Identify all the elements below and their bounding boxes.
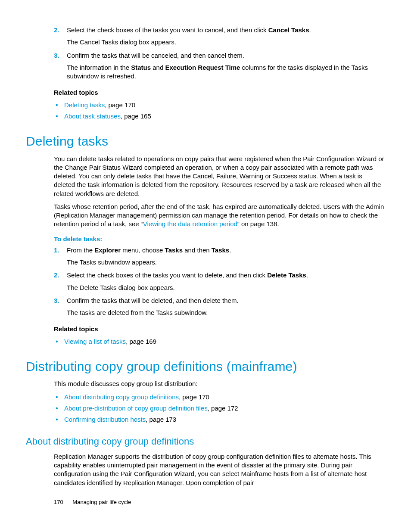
step-2-text: Select the check boxes of the tasks you … xyxy=(67,26,385,34)
link-about-task-statuses[interactable]: About task statuses xyxy=(64,112,121,120)
text: and xyxy=(151,64,165,71)
related-topics-heading: Related topics xyxy=(54,325,385,333)
step-1-sub: The Tasks subwindow appears. xyxy=(67,258,385,267)
text: ” on page 138. xyxy=(237,220,279,227)
text: and then xyxy=(183,246,212,254)
bold-text: Execution Request Time xyxy=(165,64,240,71)
related-topics-heading: Related topics xyxy=(54,88,385,97)
bold-text: Status xyxy=(131,64,151,71)
link-about-predistribution[interactable]: About pre-distribution of copy group def… xyxy=(64,404,208,412)
step-number: 3. xyxy=(54,296,59,305)
step-2: 2. Select the check boxes of the tasks y… xyxy=(54,26,385,47)
step-2-text: Select the check boxes of the tasks you … xyxy=(67,271,385,280)
related-topics-list: Deleting tasks, page 170 About task stat… xyxy=(54,101,385,121)
bold-text: Delete Tasks xyxy=(267,271,306,279)
step-number: 3. xyxy=(54,51,59,60)
text: . xyxy=(229,246,231,254)
step-2-sub: The Delete Tasks dialog box appears. xyxy=(67,283,385,292)
dist-bullet-list: About distributing copy group definition… xyxy=(54,393,385,424)
cancel-tasks-steps: 2. Select the check boxes of the tasks y… xyxy=(54,26,385,81)
text: , page 173 xyxy=(146,416,176,423)
deleting-p2: Tasks whose retention period, after the … xyxy=(54,202,385,229)
link-viewing-list-of-tasks[interactable]: Viewing a list of tasks xyxy=(64,338,126,345)
subheading-about-distributing: About distributing copy group definition… xyxy=(26,435,385,448)
step-3: 3. Confirm the tasks that will be delete… xyxy=(54,296,385,317)
step-number: 2. xyxy=(54,271,59,280)
link-viewing-retention[interactable]: Viewing the data retention period xyxy=(143,220,237,227)
footer-title: Managing pair life cycle xyxy=(72,499,131,505)
text: Select the check boxes of the tasks you … xyxy=(67,26,268,34)
list-item: About distributing copy group definition… xyxy=(54,393,385,401)
bold-text: Tasks xyxy=(165,246,183,254)
page-footer: 170 Managing pair life cycle xyxy=(54,498,131,506)
text: From the xyxy=(67,246,94,254)
link-deleting-tasks[interactable]: Deleting tasks xyxy=(64,101,105,109)
dist-intro: This module discusses copy group list di… xyxy=(54,380,385,388)
step-3-sub: The information in the Status and Execut… xyxy=(67,63,385,81)
related-item: Deleting tasks, page 170 xyxy=(54,101,385,109)
step-3-text: Confirm the tasks that will be canceled,… xyxy=(67,51,385,60)
step-1-text: From the Explorer menu, choose Tasks and… xyxy=(67,246,385,255)
text: . xyxy=(306,271,308,279)
text: menu, choose xyxy=(121,246,165,254)
step-number: 1. xyxy=(54,246,59,255)
procedure-label: To delete tasks: xyxy=(54,235,385,243)
bold-text: Explorer xyxy=(94,246,121,254)
text: The information in the xyxy=(67,64,131,71)
step-3-sub: The tasks are deleted from the Tasks sub… xyxy=(67,308,385,317)
bold-text: Cancel Tasks xyxy=(268,26,309,34)
bold-text: Tasks xyxy=(212,246,229,254)
list-item: About pre-distribution of copy group def… xyxy=(54,404,385,413)
link-about-distributing[interactable]: About distributing copy group definition… xyxy=(64,393,179,401)
heading-distributing: Distributing copy group definitions (mai… xyxy=(26,358,385,376)
text: , page 170 xyxy=(105,101,135,109)
related-item: Viewing a list of tasks, page 169 xyxy=(54,337,385,346)
list-item: Confirming distribution hosts, page 173 xyxy=(54,415,385,424)
text: , page 170 xyxy=(179,393,209,401)
step-2: 2. Select the check boxes of the tasks y… xyxy=(54,271,385,292)
step-number: 2. xyxy=(54,26,59,34)
step-1: 1. From the Explorer menu, choose Tasks … xyxy=(54,246,385,267)
text: , page 172 xyxy=(208,404,238,412)
step-2-sub: The Cancel Tasks dialog box appears. xyxy=(67,38,385,47)
step-3-text: Confirm the tasks that will be deleted, … xyxy=(67,296,385,305)
heading-deleting-tasks: Deleting tasks xyxy=(26,133,385,150)
step-3: 3. Confirm the tasks that will be cancel… xyxy=(54,51,385,81)
delete-tasks-steps: 1. From the Explorer menu, choose Tasks … xyxy=(54,246,385,317)
text: , page 165 xyxy=(121,112,151,120)
related-topics-list: Viewing a list of tasks, page 169 xyxy=(54,337,385,346)
text: . xyxy=(309,26,311,34)
dist-sub-p: Replication Manager supports the distrib… xyxy=(54,452,385,487)
deleting-p1: You can delete tasks related to operatio… xyxy=(54,155,385,198)
page-number: 170 xyxy=(54,499,63,505)
link-confirming-hosts[interactable]: Confirming distribution hosts xyxy=(64,416,146,423)
text: , page 169 xyxy=(126,338,156,345)
text: Select the check boxes of the tasks you … xyxy=(67,271,267,279)
related-item: About task statuses, page 165 xyxy=(54,112,385,121)
